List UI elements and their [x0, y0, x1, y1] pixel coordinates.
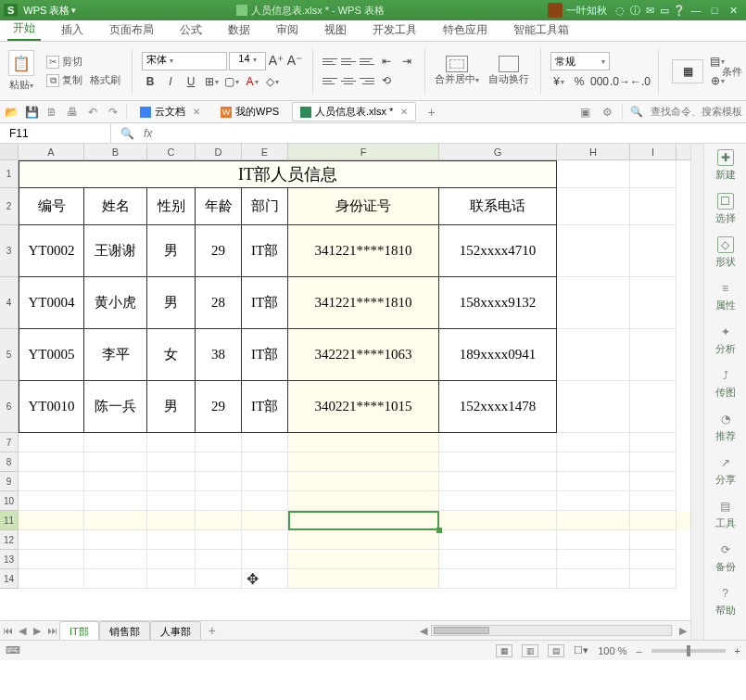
- row-header[interactable]: 1: [0, 160, 19, 188]
- side-share[interactable]: ↗分享: [715, 454, 736, 487]
- table-header-cell[interactable]: 身份证号: [288, 188, 439, 225]
- table-cell[interactable]: 341221****1810: [288, 277, 439, 329]
- zoom-out-button[interactable]: –: [636, 645, 641, 656]
- font-size-select[interactable]: 14 ▾: [229, 52, 266, 70]
- sync-icon[interactable]: ◌: [613, 5, 627, 17]
- tab-dev-tools[interactable]: 开发工具: [367, 19, 423, 41]
- indent-increase-button[interactable]: ⇥: [398, 53, 415, 70]
- side-backup[interactable]: ⟳备份: [715, 541, 736, 574]
- side-recommend[interactable]: ◔推荐: [715, 411, 736, 443]
- print-icon[interactable]: 🖶: [65, 105, 80, 120]
- table-cell[interactable]: YT0010: [19, 381, 84, 433]
- row-header[interactable]: 7: [0, 433, 19, 452]
- search-icon[interactable]: 🔍: [630, 106, 643, 118]
- view-break-button[interactable]: ▤: [548, 644, 564, 657]
- zoom-in-button[interactable]: +: [735, 645, 740, 656]
- tab-page-layout[interactable]: 页面布局: [104, 19, 159, 41]
- row-header[interactable]: 9: [0, 472, 19, 491]
- close-button[interactable]: ✕: [724, 5, 742, 17]
- row-header[interactable]: 5: [0, 329, 19, 381]
- tab-home[interactable]: 开始: [7, 18, 41, 41]
- border-button[interactable]: ⊞▾: [203, 73, 220, 90]
- table-cell[interactable]: 陈一兵: [84, 381, 147, 433]
- table-cell[interactable]: 29: [196, 381, 242, 433]
- help-icon[interactable]: ❔: [672, 5, 687, 17]
- tab-formula[interactable]: 公式: [174, 19, 208, 41]
- new-tab-button[interactable]: +: [422, 105, 440, 120]
- font-name-select[interactable]: 宋体 ▾: [142, 52, 227, 70]
- redo-icon[interactable]: ↷: [106, 105, 120, 120]
- row-header[interactable]: 8: [0, 452, 19, 472]
- row-header[interactable]: 14: [0, 569, 19, 589]
- table-cell[interactable]: 341221****1810: [288, 225, 439, 277]
- cut-button[interactable]: ✂剪切: [44, 54, 122, 70]
- align-top-button[interactable]: [322, 55, 337, 68]
- user-name[interactable]: 一叶知秋: [566, 4, 607, 18]
- minimize-button[interactable]: —: [687, 5, 705, 16]
- increase-decimal-button[interactable]: .0→: [612, 73, 628, 90]
- undo-icon[interactable]: ↶: [85, 105, 100, 120]
- paste-button[interactable]: 📋 粘贴▾: [6, 50, 37, 92]
- table-cell[interactable]: 女: [147, 329, 196, 381]
- tab-review[interactable]: 审阅: [271, 19, 304, 41]
- row-header[interactable]: 11: [0, 511, 19, 530]
- table-cell[interactable]: 男: [147, 225, 196, 277]
- sheet-nav-last[interactable]: ⏭: [44, 625, 59, 636]
- number-format-select[interactable]: 常规▾: [550, 52, 610, 70]
- fill-color-button[interactable]: ▢▾: [223, 73, 240, 90]
- hscroll-left[interactable]: ◀: [416, 625, 431, 637]
- table-cell[interactable]: 158xxxx9132: [439, 277, 557, 329]
- side-help[interactable]: ?帮助: [715, 585, 736, 617]
- table-cell[interactable]: 152xxxx1478: [439, 381, 557, 433]
- sheet-nav-prev[interactable]: ◀: [15, 625, 30, 637]
- table-cell[interactable]: IT部: [242, 329, 288, 381]
- zoom-slider[interactable]: [651, 649, 726, 653]
- tab-data[interactable]: 数据: [222, 19, 256, 41]
- select-all-corner[interactable]: [0, 144, 19, 159]
- table-cell[interactable]: 29: [196, 225, 242, 277]
- mail-icon[interactable]: ✉: [642, 5, 657, 17]
- row-header[interactable]: 13: [0, 550, 19, 569]
- col-header[interactable]: A: [19, 144, 84, 159]
- view-page-button[interactable]: ▥: [522, 644, 538, 657]
- name-box[interactable]: F11: [0, 123, 111, 143]
- format-painter-button[interactable]: 格式刷: [88, 72, 122, 88]
- orientation-button[interactable]: ⟲: [378, 72, 395, 89]
- settings-icon[interactable]: ⚙: [600, 105, 614, 120]
- grow-font-button[interactable]: A⁺: [268, 52, 284, 69]
- wrap-text-button[interactable]: 自动换行: [487, 56, 531, 86]
- fx-button[interactable]: fx: [144, 127, 152, 140]
- search-fx-icon[interactable]: 🔍: [120, 127, 134, 140]
- command-search[interactable]: 查找命令、搜索模板: [651, 105, 742, 119]
- copy-button[interactable]: ⧉复制: [44, 72, 84, 88]
- tab-smart-tools[interactable]: 智能工具箱: [508, 19, 575, 41]
- col-header[interactable]: F: [288, 144, 439, 159]
- cond-format-button[interactable]: 条件: [722, 64, 742, 78]
- side-upload-image[interactable]: ⤴传图: [715, 367, 736, 400]
- maximize-button[interactable]: □: [705, 5, 724, 16]
- doctab-mywps[interactable]: W我的WPS: [213, 103, 286, 121]
- user-avatar[interactable]: [548, 3, 563, 18]
- doctab-current[interactable]: 人员信息表.xlsx *✕: [292, 102, 416, 121]
- sheet-nav-first[interactable]: ⏮: [0, 625, 15, 636]
- table-cell[interactable]: 38: [196, 329, 242, 381]
- row-header[interactable]: 10: [0, 491, 19, 511]
- row-header[interactable]: 2: [0, 188, 19, 225]
- clear-format-button[interactable]: ◇▾: [264, 73, 281, 90]
- bold-button[interactable]: B: [142, 73, 158, 90]
- shrink-font-button[interactable]: A⁻: [286, 52, 303, 69]
- column-headers[interactable]: A B C D E F G H I: [0, 144, 690, 160]
- col-header[interactable]: D: [196, 144, 242, 159]
- table-cell[interactable]: 342221****1063: [288, 329, 439, 381]
- tab-special[interactable]: 特色应用: [437, 19, 493, 41]
- table-cell[interactable]: 李平: [84, 329, 147, 381]
- side-new[interactable]: ✚新建: [715, 149, 736, 182]
- table-cell[interactable]: YT0005: [19, 329, 84, 381]
- sheet-tab[interactable]: 销售部: [99, 621, 150, 641]
- col-header[interactable]: E: [242, 144, 288, 159]
- align-left-button[interactable]: [322, 74, 337, 87]
- col-header[interactable]: G: [439, 144, 557, 159]
- table-header-cell[interactable]: 姓名: [84, 188, 147, 225]
- doctab-cloud[interactable]: 云文档✕: [133, 103, 208, 121]
- underline-button[interactable]: U: [183, 73, 199, 90]
